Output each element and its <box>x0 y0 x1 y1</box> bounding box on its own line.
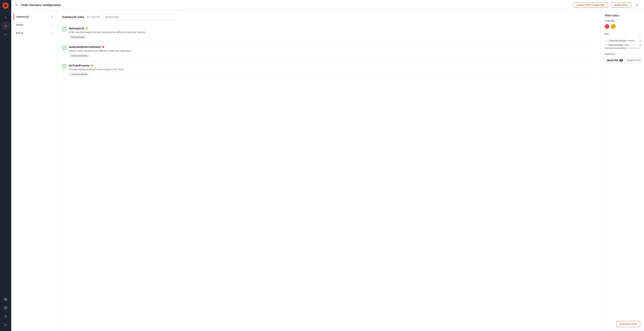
rule-desc-notryinpromise: Promise rejections should not be caught … <box>69 68 597 71</box>
rule-item-markupinjs: MarkupInJS HTML elements added through J… <box>62 24 597 42</box>
sidebar-nav <box>2 11 10 293</box>
sidebar-item-network[interactable] <box>2 296 10 303</box>
rule-name-markupinjs: MarkupInJS <box>69 27 84 30</box>
logo-circle <box>2 2 9 9</box>
kpi-count-understandability: 2 <box>638 39 641 42</box>
severity-dot-markupinjs <box>86 27 88 29</box>
close-button[interactable]: ✕ <box>634 2 640 8</box>
checker-item-jshint[interactable]: JSHint ○ <box>14 21 55 28</box>
kpi-bar-maintainability <box>624 45 629 45</box>
checker-check-eslint: ✓ <box>50 31 53 34</box>
kpi-name-maintainability: Maintainability <box>608 44 623 46</box>
checker-name-gammaj: GammaJS <box>16 15 29 18</box>
sidebar-item-expand[interactable] <box>2 13 10 21</box>
sidebar-item-user[interactable] <box>2 313 10 320</box>
sidebar <box>0 0 11 331</box>
page-title: Code checkers configuration <box>21 3 570 6</box>
selected-count: 3 <box>620 59 623 62</box>
sidebar-bottom <box>2 293 10 331</box>
filter-title: Filter rules : <box>605 14 641 17</box>
checker-name-jshint: JSHint <box>16 23 23 26</box>
search-input[interactable] <box>102 14 176 20</box>
kpi-section: KPI ✓ Understandability 2 ✓ Maintaina <box>605 33 641 49</box>
upload-json-button[interactable]: Upload JSON Configuration <box>574 2 608 8</box>
svg-point-0 <box>5 25 6 26</box>
kpi-item-maintainability: ✓ Maintainability 1 <box>605 44 641 46</box>
unselected-tab[interactable]: UNSELECTED 0 <box>625 58 641 63</box>
selection-tabs: SELECTED 3 UNSELECTED 0 <box>605 57 641 63</box>
rule-name-row-notryinpromise: NoTryInPromise <box>69 64 597 67</box>
rule-content-notryinpromise: NoTryInPromise Promise rejections should… <box>69 64 597 76</box>
selected-tab-label: SELECTED <box>607 59 618 61</box>
kpi-check-understandability: ✓ <box>605 39 608 42</box>
sidebar-logo <box>0 0 11 11</box>
body-layout: GammaJS ✓ JSHint ○ ESLint ✓ GammaJS rule… <box>11 10 644 331</box>
header-icon: ⚒ <box>15 3 18 7</box>
rule-item-nonestedswitchallowed: NoNestedSwitchAllowed Nested switch stru… <box>62 42 597 61</box>
kpi-bar-understandability <box>628 40 634 41</box>
sidebar-item-logout[interactable] <box>2 321 10 329</box>
rule-tag-nonestedswitchallowed: Understandability <box>69 54 90 58</box>
kpi-collapse-icon[interactable] <box>639 34 641 36</box>
rules-header: GammaJS rules 3/3 selected <box>62 14 597 20</box>
kpi-item-understandability: ✓ Understandability 2 <box>605 39 641 42</box>
checkers-panel: GammaJS ✓ JSHint ○ ESLint ✓ <box>11 10 58 331</box>
main-content: ⚒ Code checkers configuration Upload JSO… <box>11 0 644 331</box>
kpi-list: ✓ Understandability 2 ✓ Maintainability <box>605 39 641 46</box>
rule-name-notryinpromise: NoTryInPromise <box>69 64 90 67</box>
kpi-scrollbar-thumb <box>605 47 626 49</box>
rule-desc-markupinjs: HTML elements added through Javascript a… <box>69 31 597 34</box>
filter-panel: Filter rules : Criticality KPI <box>602 10 644 331</box>
severity-dot-nonestedswitchallowed <box>102 46 104 48</box>
checker-item-eslint[interactable]: ESLint ✓ <box>14 29 55 36</box>
kpi-header: KPI <box>605 33 641 37</box>
svg-point-4 <box>5 315 6 316</box>
criticality-dot-red[interactable] <box>605 24 609 29</box>
rule-checkbox-markupinjs[interactable] <box>62 27 66 31</box>
download-json-button[interactable]: Download JSON <box>616 321 640 327</box>
selection-section: Selection SELECTED 3 UNSELECTED 0 <box>605 53 641 63</box>
kpi-name-understandability: Understandability <box>608 39 626 42</box>
rule-tag-markupinjs: Maintainability <box>69 35 87 39</box>
checker-name-eslint: ESLint <box>16 31 23 34</box>
header: ⚒ Code checkers configuration Upload JSO… <box>11 0 644 10</box>
rule-name-row-nonestedswitchallowed: NoNestedSwitchAllowed <box>69 45 597 48</box>
checker-item-gammaj[interactable]: GammaJS ✓ <box>14 13 55 20</box>
sidebar-item-code[interactable] <box>2 30 10 38</box>
kpi-label: KPI <box>605 33 609 35</box>
unselected-tab-label: UNSELECTED <box>627 59 641 61</box>
rule-content-markupinjs: MarkupInJS HTML elements added through J… <box>69 27 597 39</box>
sidebar-item-bug[interactable] <box>2 22 10 30</box>
rule-checkbox-nonestedswitchallowed[interactable] <box>62 46 66 50</box>
rules-count: 3/3 selected <box>86 15 100 18</box>
kpi-scrollbar <box>605 47 641 49</box>
rule-name-row-markupinjs: MarkupInJS <box>69 27 597 30</box>
checker-circle-jshint: ○ <box>51 23 53 26</box>
rule-desc-nonestedswitchallowed: Nested switch structures are difficult t… <box>69 49 597 52</box>
criticality-label: Criticality <box>605 19 641 22</box>
logo-inner <box>4 4 7 7</box>
kpi-check-maintainability: ✓ <box>605 44 608 46</box>
kpi-bar-bg-maintainability <box>624 45 637 45</box>
selected-tab[interactable]: SELECTED 3 <box>605 58 625 63</box>
rule-content-nonestedswitchallowed: NoNestedSwitchAllowed Nested switch stru… <box>69 45 597 58</box>
checker-check-gammaj: ✓ <box>50 15 53 18</box>
criticality-dot-orange[interactable] <box>611 24 616 29</box>
criticality-section: Criticality <box>605 19 641 29</box>
kpi-count-maintainability: 1 <box>638 44 641 46</box>
severity-dot-notryinpromise <box>91 64 93 66</box>
rule-name-nonestedswitchallowed: NoNestedSwitchAllowed <box>69 45 100 48</box>
rule-checkbox-notryinpromise[interactable] <box>62 64 66 68</box>
kpi-bar-bg-understandability <box>628 40 637 41</box>
center-panel: GammaJS rules 3/3 selected MarkupInJS HT… <box>58 10 602 331</box>
svg-point-3 <box>5 308 6 308</box>
rule-tag-notryinpromise: Understandability <box>69 72 90 76</box>
selection-label: Selection <box>605 53 641 55</box>
rules-title: GammaJS rules <box>62 15 84 18</box>
update-rules-button[interactable]: Update Rules <box>611 2 631 8</box>
sidebar-item-settings[interactable] <box>2 304 10 312</box>
rule-item-notryinpromise: NoTryInPromise Promise rejections should… <box>62 61 597 79</box>
criticality-dots <box>605 24 641 29</box>
